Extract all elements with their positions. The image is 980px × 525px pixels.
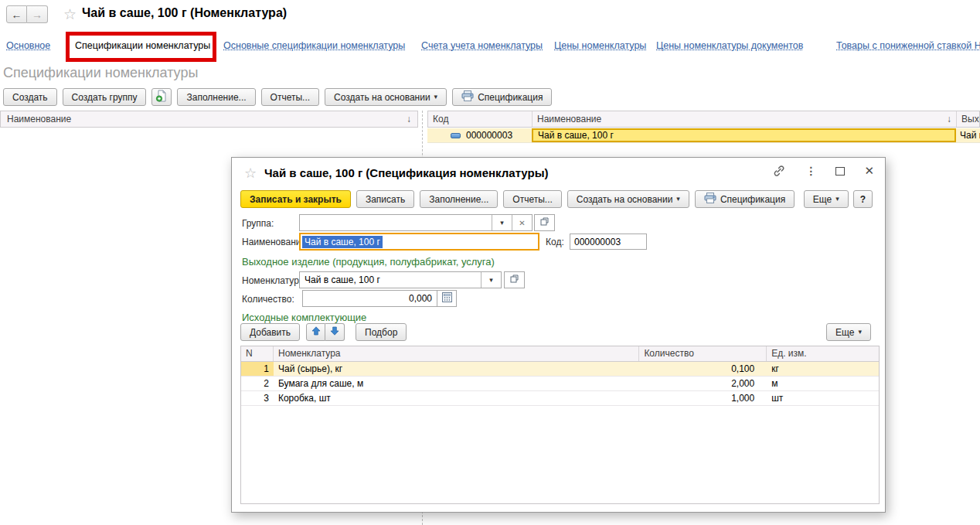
pick-button[interactable]: Подбор [356,323,407,341]
column-header-quantity[interactable]: Количество [639,346,767,361]
tab-ceny-dokumentov[interactable]: Цены номенклатуры документов [656,40,803,51]
left-column-label: Наименование [7,114,71,124]
table-row[interactable]: 2 Бумага для саше, м 2,000 м [241,377,879,391]
save-and-close-button[interactable]: Записать и закрыть [240,190,351,208]
calculator-icon [442,292,452,305]
arrow-up-icon [311,326,321,338]
page-title: Чай в саше, 100 г (Номенклатура) [82,6,287,20]
dialog-toolbar: Записать и закрыть Записать Заполнение..… [240,190,795,208]
cell-nomenclature: Бумага для саше, м [274,378,639,389]
cell-nomenclature: Коробка, шт [274,393,639,404]
tab-osnovnye-specifikacii[interactable]: Основные спецификации номенклатуры [223,40,405,51]
arrow-down-icon [330,326,339,338]
catalog-item-icon [451,133,461,138]
nomenclature-dropdown-button[interactable]: ▾ [481,272,501,288]
nomenclature-open-button[interactable] [504,271,525,288]
favorite-star-icon[interactable]: ☆ [63,5,77,23]
save-and-close-label: Записать и закрыть [250,194,342,205]
row-cell-name-active[interactable]: Чай в саше, 100 г [532,128,956,142]
dialog-reports-label: Отчеты... [512,194,552,205]
group-field-value[interactable] [300,215,492,230]
column-header-output[interactable]: Выходное изделие [957,111,979,127]
column-header-unit[interactable]: Ед. изм. [767,346,879,361]
tab-tovary-ponizhennoy-stavkoy[interactable]: Товары с пониженной ставкой НДС [836,40,980,51]
save-button[interactable]: Записать [356,190,414,208]
move-up-button[interactable] [306,323,325,341]
move-down-button[interactable] [325,323,345,341]
output-column-label: Выходное изделие [961,114,979,124]
table-row[interactable]: 3 Коробка, шт 1,000 шт [241,391,879,406]
chevron-down-icon: ▾ [489,277,493,284]
components-more-button[interactable]: Еще▾ [826,323,871,341]
tab-scheta-ucheta[interactable]: Счета учета номенклатуры [421,40,543,51]
create-new-icon-button[interactable] [151,88,172,106]
nomenclature-field-value[interactable]: Чай в саше, 100 г [300,272,481,288]
add-row-label: Добавить [250,327,291,338]
print-specification-button[interactable]: Спецификация [452,88,552,106]
create-group-button-label: Создать группу [72,92,138,103]
back-button[interactable]: ← [6,5,27,23]
fill-button[interactable]: Заполнение... [177,88,255,106]
tab-ceny-nomenklatury[interactable]: Цены номенклатуры [554,40,646,51]
cell-n: 3 [241,391,274,405]
cell-n: 1 [241,362,274,376]
forward-button[interactable]: → [27,5,48,23]
code-field[interactable]: 000000003 [570,234,647,250]
cell-quantity: 1,000 [639,393,767,404]
left-pane-column-header[interactable]: Наименование ↓ [0,111,418,128]
quantity-field-group: 0,000 [302,290,457,307]
specification-list-row[interactable]: 000000003 Чай в саше, 100 г Чай в саше, … [427,128,980,143]
help-button[interactable]: ? [853,190,873,208]
tab-osnovnoe[interactable]: Основное [6,40,50,51]
row-cell-output[interactable]: Чай в саше, 100 г [956,128,980,142]
components-table: N Номенклатура Количество Ед. изм. 1 Чай… [240,346,880,504]
components-table-header: N Номенклатура Количество Ед. изм. [241,346,879,362]
name-field[interactable]: Чай в саше, 100 г [299,233,539,251]
quantity-field[interactable]: 0,000 [302,290,437,307]
help-label: ? [860,194,866,205]
annotation-red-box [66,32,216,62]
dialog-reports-button[interactable]: Отчеты... [503,190,561,208]
fill-button-label: Заполнение... [186,92,246,103]
dialog-create-based-on-button[interactable]: Создать на основании▾ [567,190,689,208]
components-more-label: Еще [835,327,854,338]
name-column-label: Наименование [537,114,601,124]
row-name-value: Чай в саше, 100 г [538,130,614,141]
table-row[interactable]: 1 Чай (сырье), кг 0,100 кг [241,362,879,377]
column-header-n[interactable]: N [241,346,274,361]
calculator-button[interactable] [437,290,457,307]
group-clear-button[interactable]: ✕ [512,215,532,230]
cell-nomenclature: Чай (сырье), кг [274,363,639,374]
close-icon[interactable]: ✕ [864,164,874,178]
column-header-name[interactable]: Наименование↓ [533,111,957,127]
reports-button[interactable]: Отчеты... [261,88,319,106]
create-based-on-button[interactable]: Создать на основании▾ [325,88,447,106]
create-based-on-label: Создать на основании [334,92,430,103]
dialog-more-button[interactable]: Еще▾ [804,190,849,208]
column-header-code[interactable]: Код [428,111,533,127]
maximize-icon[interactable] [835,167,845,176]
add-row-button[interactable]: Добавить [240,323,300,341]
dialog-create-based-on-label: Создать на основании [577,194,673,205]
group-open-button[interactable] [534,214,555,231]
dialog-favorite-star-icon[interactable]: ☆ [244,165,257,182]
link-icon[interactable] [772,165,786,177]
column-header-nomenclature[interactable]: Номенклатура [274,346,639,361]
create-group-button[interactable]: Создать группу [63,88,147,106]
output-product-section-header: Выходное изделие (продукция, полуфабрика… [242,256,495,268]
chevron-down-icon: ▾ [500,220,504,227]
name-field-selected-text: Чай в саше, 100 г [302,236,383,248]
dialog-print-specification-button[interactable]: Спецификация [695,190,795,208]
code-column-label: Код [433,114,448,124]
dialog-fill-button[interactable]: Заполнение... [420,190,498,208]
open-form-icon [540,217,549,228]
cell-unit: шт [767,393,879,404]
nomenclature-field[interactable]: Чай в саше, 100 г ▾ [299,271,502,288]
group-dropdown-button[interactable]: ▾ [492,215,512,230]
chevron-down-icon: ▾ [434,94,438,101]
create-button[interactable]: Создать [3,88,57,106]
row-cell-code[interactable]: 000000003 [427,128,532,142]
more-dots-icon[interactable]: ⋮ [805,165,816,177]
group-field[interactable]: ▾ ✕ [299,214,533,231]
chevron-down-icon: ▾ [835,196,839,203]
